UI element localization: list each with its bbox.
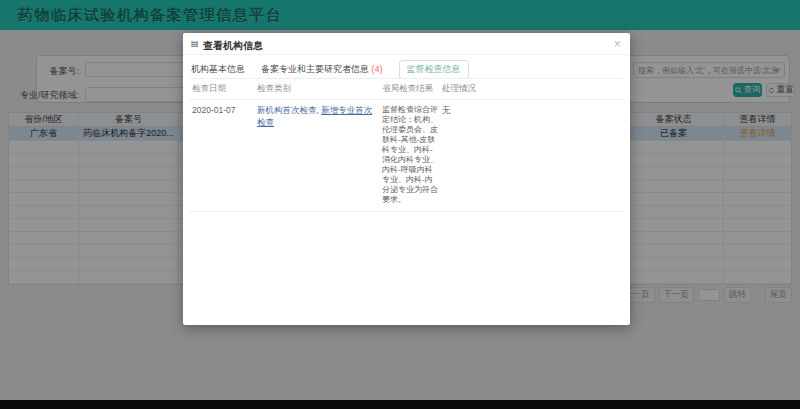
modal-title: 查看机构信息	[203, 39, 263, 53]
tab-filed-specialties-investigators[interactable]: 备案专业和主要研究者信息 (4)	[261, 63, 383, 76]
tab-institution-basic-info[interactable]: 机构基本信息	[191, 63, 245, 76]
view-institution-modal: ▤ 查看机构信息 × 机构基本信息 备案专业和主要研究者信息 (4) 监督检查信…	[183, 33, 630, 325]
modal-header: ▤ 查看机构信息 ×	[183, 33, 630, 55]
inspection-result: 监督检查综合评定结论：机构、伦理委员会、皮肤科-其他-皮肤科专业、内科-消化内科…	[380, 100, 440, 211]
col-inspection-date: 检查日期	[190, 79, 255, 99]
col-handling: 处理情况	[440, 79, 616, 99]
close-icon[interactable]: ×	[613, 36, 621, 51]
inspection-table: 检查日期 检查类别 省局检查结果 处理情况 2020-01-07 新机构首次检查…	[190, 78, 623, 212]
handling-status: 无	[440, 100, 616, 211]
inspection-category: 新机构首次检查, 新增专业首次检查	[255, 100, 380, 211]
tab-count-badge: (4)	[372, 64, 383, 74]
modal-tabs: 机构基本信息 备案专业和主要研究者信息 (4) 监督检查信息	[191, 60, 469, 78]
inspection-table-header: 检查日期 检查类别 省局检查结果 处理情况	[190, 78, 623, 100]
document-icon: ▤	[191, 39, 199, 48]
tab-supervision-inspection[interactable]: 监督检查信息	[399, 60, 469, 79]
category-link-new-institution[interactable]: 新机构首次检查,	[257, 105, 319, 115]
col-inspection-result: 省局检查结果	[380, 79, 440, 99]
app-title: 药物临床试验机构备案管理信息平台	[18, 6, 282, 25]
app-header: 药物临床试验机构备案管理信息平台	[0, 0, 800, 30]
col-inspection-category: 检查类别	[255, 79, 380, 99]
inspection-row: 2020-01-07 新机构首次检查, 新增专业首次检查 监督检查综合评定结论：…	[190, 100, 623, 212]
page: 药物临床试验机构备案管理信息平台 备案号: 专业/研究领域: 搜索，例如输入'北…	[0, 0, 800, 409]
inspection-date: 2020-01-07	[190, 100, 255, 211]
